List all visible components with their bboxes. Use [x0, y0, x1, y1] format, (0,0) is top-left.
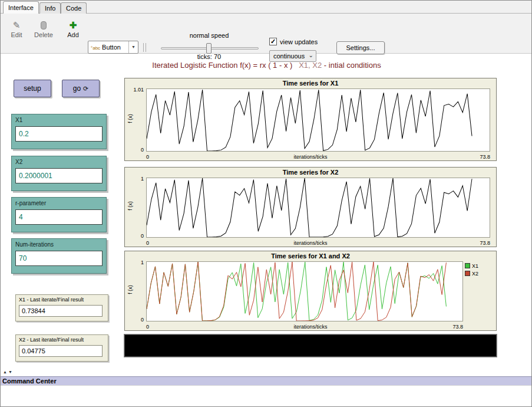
- input-num-iterations: Num-iterations 70: [11, 238, 107, 274]
- netlogo-window: Interface Info Code ✎ Edit Delete ✚ Add …: [0, 0, 532, 407]
- monitor-x2-final-label: X2 - Last iterate/Final result: [16, 335, 108, 343]
- chevron-down-icon: ▼: [128, 41, 138, 53]
- world-view[interactable]: [124, 334, 497, 357]
- model-title: Iterated Logistic Function f(x) = rx ( 1…: [1, 61, 532, 70]
- edit-button[interactable]: ✎ Edit: [3, 19, 30, 38]
- command-center-header: Command Center: [1, 376, 531, 385]
- add-plus-icon: ✚: [60, 19, 87, 31]
- model-title-vars: X1, X2: [299, 61, 322, 70]
- plot-x2-ytick-max: 1: [125, 176, 144, 182]
- input-x1-label: X1: [12, 114, 106, 123]
- monitor-x2-final: X2 - Last iterate/Final result 0.04775: [15, 334, 108, 362]
- plot-x2-area: [146, 178, 490, 238]
- go-button[interactable]: go⟳: [62, 80, 100, 97]
- monitor-x1-final-value: 0.73844: [19, 306, 102, 316]
- input-num-iterations-value: 70: [16, 251, 102, 265]
- plot-x2-canvas: [147, 178, 490, 237]
- input-x1-field[interactable]: 0.2: [15, 126, 103, 142]
- input-num-iterations-field[interactable]: 70: [15, 251, 103, 266]
- input-x2-label: X2: [12, 156, 106, 165]
- command-center-body[interactable]: [1, 385, 531, 407]
- edit-label: Edit: [3, 31, 30, 38]
- setup-button[interactable]: setup: [14, 80, 51, 97]
- splitter-up-icon: ▲: [3, 370, 8, 374]
- combo-arrow-icon: ⌄: [309, 50, 313, 61]
- setup-button-label: setup: [24, 84, 41, 93]
- plot-x1-x2: Time series for X1 and X2 f (x) 1 0 X1 X…: [124, 251, 497, 331]
- plot-x1-area: [146, 88, 490, 152]
- legend-swatch-x2: [465, 271, 470, 276]
- tab-info[interactable]: Info: [39, 2, 61, 14]
- delete-button[interactable]: Delete: [30, 19, 57, 38]
- plot-x2-ytick-min: 0: [125, 233, 144, 239]
- tab-code[interactable]: Code: [61, 2, 87, 14]
- view-updates-label: view updates: [280, 38, 318, 45]
- plot-x2-xlabel: iterations/ticks: [125, 240, 496, 246]
- plot-x1-ylabel: f (x): [127, 110, 133, 127]
- input-x1-value: 0.2: [16, 127, 102, 141]
- plot-x1-x2-ylabel: f (x): [127, 281, 133, 298]
- edit-pencil-icon: ✎: [3, 19, 30, 31]
- input-r-parameter-label: r-parameter: [12, 198, 106, 206]
- plot-x1-title: Time series for X1: [125, 80, 496, 87]
- legend-label-x1: X1: [472, 263, 478, 269]
- legend-label-x2: X2: [472, 271, 478, 277]
- plot-x1-x2-area: [146, 261, 463, 321]
- plot-x1-x2-ytick-max: 1: [125, 260, 144, 265]
- input-x2: X2 0.2000001: [11, 156, 107, 191]
- plot-x1-x2-canvas: [147, 262, 462, 321]
- add-label: Add: [60, 31, 87, 38]
- plot-x2-xtick-max: 73.8: [480, 240, 490, 246]
- tab-bar: Interface Info Code: [1, 1, 531, 14]
- plot-x2-ylabel: f (x): [127, 197, 133, 215]
- command-center-splitter[interactable]: ▲▼: [3, 370, 14, 374]
- plot-x1: Time series for X1 f (x) 1.01 0 0 iterat…: [124, 78, 497, 161]
- toolbar: ✎ Edit Delete ✚ Add °abcButton ▼ normal …: [1, 14, 531, 54]
- legend-swatch-x1: [465, 263, 470, 268]
- widget-type-dropdown[interactable]: °abcButton ▼: [88, 41, 138, 54]
- add-button[interactable]: ✚ Add: [60, 19, 87, 38]
- tab-interface[interactable]: Interface: [3, 1, 39, 14]
- monitor-x2-final-value: 0.04775: [19, 346, 102, 356]
- model-title-note: - intial conditions: [324, 61, 381, 70]
- splitter-down-icon: ▼: [8, 370, 14, 374]
- plot-x1-xlabel: iterations/ticks: [125, 154, 496, 160]
- legend-item-x2: X2: [465, 270, 494, 278]
- settings-button[interactable]: Settings...: [336, 41, 385, 54]
- plot-x1-ytick-max: 1.01: [125, 87, 144, 93]
- input-r-parameter-value: 4: [16, 210, 102, 224]
- legend-item-x1: X1: [465, 262, 494, 270]
- go-button-label: go: [73, 84, 81, 93]
- toolbar-grip: [143, 43, 146, 52]
- plot-x1-canvas: [147, 89, 490, 151]
- input-r-parameter-field[interactable]: 4: [15, 209, 103, 225]
- delete-icon: [41, 21, 47, 29]
- input-x2-field[interactable]: 0.2000001: [15, 168, 103, 183]
- plot-x2-title: Time series for X2: [125, 169, 496, 176]
- input-x1: X1 0.2: [11, 114, 107, 149]
- speed-slider-label: normal speed: [158, 32, 260, 39]
- plot-x1-xtick-max: 73.8: [480, 154, 490, 160]
- view-updates-checkbox[interactable]: ✓: [269, 38, 277, 45]
- ticks-counter: ticks: 70: [158, 53, 260, 60]
- speed-slider-thumb[interactable]: [206, 43, 212, 54]
- input-r-parameter: r-parameter 4: [11, 197, 107, 232]
- delete-label: Delete: [30, 31, 57, 38]
- monitor-x1-final: X1 - Last iterate/Final result 0.73844: [15, 294, 108, 321]
- check-icon: ✓: [270, 38, 276, 45]
- input-x2-value: 0.2000001: [16, 169, 102, 183]
- plot-x1-x2-title: Time series for X1 and X2: [125, 252, 496, 260]
- plot-legend: X1 X2: [465, 262, 494, 278]
- forever-icon: ⟳: [83, 85, 88, 92]
- plot-x2: Time series for X2 f (x) 1 0 0 iteration…: [124, 167, 497, 247]
- plot-x1-x2-xtick-max: 73.8: [452, 324, 463, 330]
- model-title-main: Iterated Logistic Function f(x) = rx ( 1…: [152, 61, 292, 70]
- input-num-iterations-label: Num-iterations: [12, 239, 106, 248]
- update-mode-dropdown[interactable]: continuous ⌄: [269, 50, 316, 62]
- update-mode-value: continuous: [273, 52, 305, 60]
- plot-x1-x2-ytick-min: 0: [125, 317, 144, 323]
- plot-x1-ytick-min: 0: [125, 147, 144, 153]
- monitor-x1-final-label: X1 - Last iterate/Final result: [16, 295, 108, 303]
- widget-type-value: Button: [102, 44, 121, 51]
- plot-x1-x2-xlabel: iterations/ticks: [125, 324, 496, 330]
